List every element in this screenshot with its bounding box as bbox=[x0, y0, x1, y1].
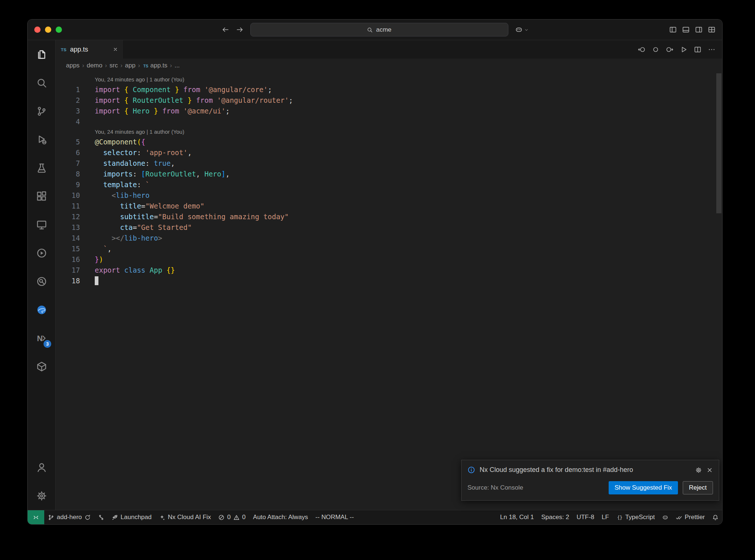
prettier-status[interactable]: Prettier bbox=[672, 510, 709, 524]
activity-item-edge-devtools[interactable] bbox=[28, 295, 55, 324]
line-number[interactable]: 11 bbox=[56, 201, 80, 211]
notification-gear-icon[interactable] bbox=[695, 467, 702, 473]
line-number[interactable]: 15 bbox=[56, 244, 80, 254]
command-center-search[interactable]: acme bbox=[250, 23, 508, 36]
line-number[interactable]: 16 bbox=[56, 254, 80, 265]
toggle-panel-icon[interactable] bbox=[682, 26, 690, 34]
code-line-7[interactable]: 7 standalone: true, bbox=[56, 158, 722, 169]
activity-item-source-control[interactable] bbox=[28, 97, 55, 125]
problems-status[interactable]: 00 bbox=[215, 510, 249, 524]
code-line-3[interactable]: 3import { Hero } from '@acme/ui'; bbox=[56, 106, 722, 116]
code-line-5[interactable]: 5@Component({ bbox=[56, 137, 722, 147]
split-editor-button[interactable] bbox=[694, 46, 702, 53]
activity-item-remote-explorer[interactable] bbox=[28, 210, 55, 239]
history-forward-icon[interactable] bbox=[236, 26, 244, 34]
code-line-12[interactable]: 12 subtitle="Build something amazing tod… bbox=[56, 211, 722, 222]
activity-item-explorer[interactable] bbox=[28, 40, 55, 69]
close-tab-icon[interactable] bbox=[113, 47, 118, 52]
line-number[interactable]: 6 bbox=[56, 147, 80, 158]
breadcrumb-item-src[interactable]: src bbox=[109, 62, 118, 69]
notifications-bell[interactable] bbox=[709, 510, 722, 524]
code-line-13[interactable]: 13 cta="Get Started" bbox=[56, 222, 722, 233]
code-line-15[interactable]: 15 `, bbox=[56, 244, 722, 254]
minimize-window-button[interactable] bbox=[45, 27, 51, 33]
activity-item-nx-console[interactable]: N3 bbox=[28, 324, 55, 352]
code-line-17[interactable]: 17export class App {} bbox=[56, 265, 722, 276]
code-editor[interactable]: You, 24 minutes ago | 1 author (You)1imp… bbox=[56, 73, 722, 510]
zoom-window-button[interactable] bbox=[56, 27, 62, 33]
line-number[interactable]: 8 bbox=[56, 169, 80, 179]
vim-mode-status[interactable]: -- NORMAL -- bbox=[312, 510, 358, 524]
scrollbar-thumb[interactable] bbox=[716, 73, 721, 213]
next-change-button[interactable] bbox=[666, 46, 674, 53]
code-line-8[interactable]: 8 imports: [RouterOutlet, Hero], bbox=[56, 169, 722, 179]
line-number[interactable]: 18 bbox=[56, 276, 80, 286]
more-actions-button[interactable] bbox=[708, 46, 716, 53]
line-number[interactable]: 5 bbox=[56, 137, 80, 147]
code-line-10[interactable]: 10 <lib-hero bbox=[56, 190, 722, 201]
breadcrumb-item--[interactable]: ... bbox=[174, 62, 180, 69]
toggle-sidebar-icon[interactable] bbox=[669, 26, 677, 34]
code-line-11[interactable]: 11 title="Welcmoe demo" bbox=[56, 201, 722, 211]
line-number[interactable]: 14 bbox=[56, 233, 80, 244]
copilot-menu[interactable] bbox=[515, 26, 529, 34]
eol-status[interactable]: LF bbox=[598, 510, 613, 524]
indentation-status[interactable]: Spaces: 2 bbox=[537, 510, 573, 524]
activity-item-task-runner[interactable] bbox=[28, 239, 55, 267]
activity-item-settings[interactable] bbox=[28, 482, 55, 510]
codelens-annotation[interactable]: You, 24 minutes ago | 1 author (You) bbox=[56, 127, 722, 137]
copilot-status[interactable] bbox=[658, 510, 672, 524]
launchpad-button[interactable]: Launchpad bbox=[108, 510, 155, 524]
line-number[interactable]: 9 bbox=[56, 179, 80, 190]
breadcrumb-item-app[interactable]: app bbox=[125, 62, 135, 69]
code-line-6[interactable]: 6 selector: 'app-root', bbox=[56, 147, 722, 158]
line-number[interactable]: 3 bbox=[56, 106, 80, 116]
line-number[interactable]: 12 bbox=[56, 211, 80, 222]
auto-attach-status[interactable]: Auto Attach: Always bbox=[249, 510, 312, 524]
previous-change-button[interactable] bbox=[638, 46, 646, 53]
code-line-9[interactable]: 9 template: ` bbox=[56, 179, 722, 190]
editor-scrollbar[interactable] bbox=[716, 73, 721, 510]
reject-button[interactable]: Reject bbox=[683, 481, 713, 494]
change-indicator-button[interactable] bbox=[652, 46, 660, 53]
activity-item-testing[interactable] bbox=[28, 154, 55, 182]
line-number[interactable]: 2 bbox=[56, 95, 80, 106]
line-number[interactable]: 13 bbox=[56, 222, 80, 233]
customize-layout-icon[interactable] bbox=[708, 26, 716, 34]
remote-indicator[interactable] bbox=[28, 510, 44, 524]
activity-item-accounts[interactable] bbox=[28, 453, 55, 482]
activity-item-search-editor[interactable] bbox=[28, 267, 55, 295]
breadcrumb-item-app-ts[interactable]: TSapp.ts bbox=[143, 62, 167, 69]
code-line-4[interactable]: 4 bbox=[56, 116, 722, 127]
line-number[interactable]: 4 bbox=[56, 116, 80, 127]
cursor-position-status[interactable]: Ln 18, Col 1 bbox=[497, 510, 538, 524]
activity-item-extensions[interactable] bbox=[28, 182, 55, 210]
encoding-status[interactable]: UTF-8 bbox=[573, 510, 598, 524]
code-line-1[interactable]: 1import { Component } from '@angular/cor… bbox=[56, 84, 722, 95]
git-graph-button[interactable] bbox=[94, 510, 108, 524]
breadcrumb-item-apps[interactable]: apps bbox=[66, 62, 80, 69]
language-status[interactable]: {}TypeScript bbox=[613, 510, 658, 524]
notification-close-icon[interactable] bbox=[706, 467, 713, 473]
code-line-14[interactable]: 14 ></lib-hero> bbox=[56, 233, 722, 244]
show-suggested-fix-button[interactable]: Show Suggested Fix bbox=[609, 481, 678, 494]
line-number[interactable]: 1 bbox=[56, 84, 80, 95]
line-number[interactable]: 10 bbox=[56, 190, 80, 201]
breadcrumb-item-demo[interactable]: demo bbox=[87, 62, 102, 69]
activity-item-run-and-debug[interactable] bbox=[28, 125, 55, 154]
activity-item-containers[interactable] bbox=[28, 352, 55, 381]
history-back-icon[interactable] bbox=[222, 26, 229, 34]
code-line-2[interactable]: 2import { RouterOutlet } from '@angular/… bbox=[56, 95, 722, 106]
code-line-16[interactable]: 16}) bbox=[56, 254, 722, 265]
tab-app-ts[interactable]: TS app.ts bbox=[56, 40, 123, 59]
close-window-button[interactable] bbox=[34, 27, 41, 33]
activity-item-search[interactable] bbox=[28, 69, 55, 97]
run-file-button[interactable] bbox=[680, 46, 688, 53]
line-number[interactable]: 17 bbox=[56, 265, 80, 276]
toggle-secondary-sidebar-icon[interactable] bbox=[695, 26, 703, 34]
codelens-annotation[interactable]: You, 24 minutes ago | 1 author (You) bbox=[56, 75, 722, 84]
nx-cloud-ai-fix-button[interactable]: Nx Cloud AI Fix bbox=[155, 510, 215, 524]
line-number[interactable]: 7 bbox=[56, 158, 80, 169]
code-line-18[interactable]: 18 bbox=[56, 276, 722, 286]
branch-status[interactable]: add-hero bbox=[44, 510, 94, 524]
